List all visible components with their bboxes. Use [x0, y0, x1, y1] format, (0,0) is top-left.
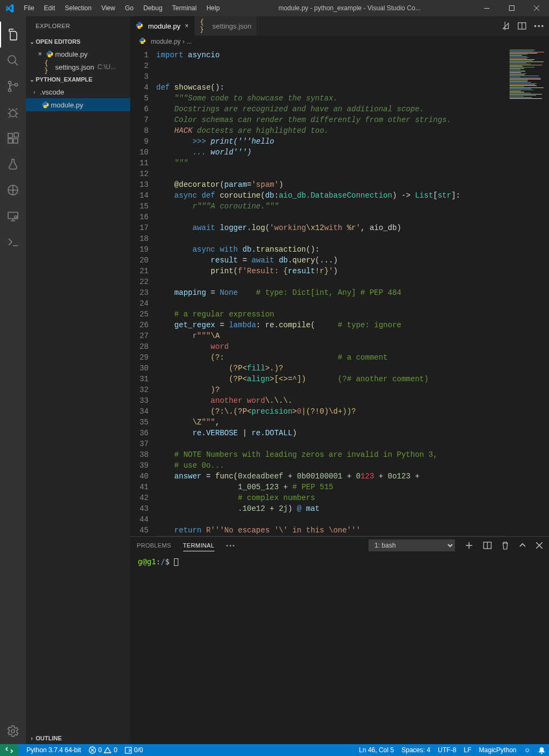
workspace-header[interactable]: ⌄PYTHON_EXAMPLE	[26, 73, 130, 85]
references-icon[interactable]	[0, 177, 26, 203]
menu-go[interactable]: Go	[120, 0, 138, 16]
new-terminal-icon[interactable]	[465, 541, 473, 550]
notifications-icon[interactable]	[534, 747, 549, 754]
close-icon[interactable]: ×	[185, 22, 189, 30]
maximize-panel-icon[interactable]	[519, 542, 526, 549]
more-icon[interactable]: •••	[534, 22, 545, 30]
open-editor-item[interactable]: × module.py	[26, 48, 130, 60]
svg-rect-1	[510, 6, 514, 11]
open-editor-item[interactable]: × { } settings.json C:\U...	[26, 60, 130, 73]
menu-debug[interactable]: Debug	[138, 0, 167, 16]
extensions-icon[interactable]	[0, 125, 26, 151]
editor-tabs: module.py × { } settings.json •••	[130, 16, 549, 36]
minimap[interactable]	[506, 48, 549, 536]
line-numbers: 1234567891011121314151617181920212223242…	[130, 48, 156, 536]
menu-selection[interactable]: Selection	[60, 0, 96, 16]
menu-help[interactable]: Help	[202, 0, 225, 16]
editor-tab[interactable]: module.py ×	[130, 16, 195, 36]
breadcrumb[interactable]: module.py › ...	[130, 36, 549, 48]
remote-button[interactable]	[0, 744, 18, 756]
split-editor-icon[interactable]	[518, 22, 526, 30]
svg-point-4	[9, 82, 11, 84]
python-file-icon	[40, 100, 51, 109]
sidebar-title: EXPLORER	[26, 16, 130, 36]
kill-terminal-icon[interactable]	[501, 541, 509, 550]
panel-overflow-icon[interactable]: •••	[226, 542, 236, 549]
sidebar: EXPLORER ⌄OPEN EDITORS × module.py × { }…	[26, 16, 130, 744]
activity-bar	[0, 16, 26, 744]
file-label: module.py	[55, 50, 88, 58]
svg-point-6	[15, 84, 18, 86]
compare-icon[interactable]	[501, 22, 510, 30]
svg-rect-0	[484, 8, 490, 9]
terminal-select[interactable]: 1: bash	[369, 539, 455, 551]
code-area[interactable]: import asynciodef showcase(): """Some co…	[156, 48, 506, 536]
tab-label: settings.json	[212, 22, 251, 30]
svg-rect-8	[8, 133, 12, 138]
close-button[interactable]	[524, 0, 549, 16]
settings-icon[interactable]	[0, 718, 26, 744]
svg-rect-10	[14, 139, 18, 143]
feedback-icon[interactable]: ☺	[520, 746, 534, 754]
debug-icon[interactable]	[0, 99, 26, 125]
file-label: module.py	[51, 101, 83, 109]
file-path-hint: C:\U...	[97, 63, 116, 71]
svg-point-14	[15, 216, 17, 218]
status-spaces[interactable]: Spaces: 4	[398, 746, 434, 754]
svg-point-7	[10, 110, 16, 117]
json-file-icon: { }	[44, 63, 55, 71]
outline-header[interactable]: ›OUTLINE	[26, 732, 130, 744]
svg-rect-17	[505, 22, 505, 30]
file-label: settings.json	[55, 63, 94, 71]
python-file-icon	[136, 22, 144, 30]
status-python[interactable]: Python 3.7.4 64-bit	[23, 746, 85, 754]
menu-file[interactable]: File	[19, 0, 39, 16]
status-ports[interactable]: 0/0	[121, 746, 147, 754]
explorer-icon[interactable]	[0, 22, 26, 48]
panel-tab-terminal[interactable]: TERMINAL	[183, 540, 215, 551]
vscode-logo-icon	[0, 4, 19, 12]
menu-view[interactable]: View	[96, 0, 120, 16]
panel: PROBLEMS TERMINAL ••• 1: bash g@g1:/$	[130, 536, 549, 744]
status-language[interactable]: MagicPython	[475, 746, 520, 754]
svg-line-3	[15, 62, 18, 65]
close-panel-icon[interactable]	[536, 542, 543, 549]
maximize-button[interactable]	[499, 0, 524, 16]
remote-icon[interactable]	[0, 203, 26, 229]
menu-edit[interactable]: Edit	[39, 0, 60, 16]
main-menu: FileEditSelectionViewGoDebugTerminalHelp	[19, 0, 225, 16]
minimize-button[interactable]	[474, 0, 499, 16]
status-bar: Python 3.7.4 64-bit 0 0 0/0 Ln 46, Col 5…	[0, 744, 549, 756]
editor-body[interactable]: 1234567891011121314151617181920212223242…	[130, 48, 549, 536]
svg-rect-9	[8, 139, 12, 143]
terminal-icon[interactable]	[0, 229, 26, 255]
testing-icon[interactable]	[0, 151, 26, 177]
window-title: module.py - python_example - Visual Stud…	[225, 4, 474, 12]
panel-tab-problems[interactable]: PROBLEMS	[137, 540, 171, 551]
menu-terminal[interactable]: Terminal	[168, 0, 202, 16]
folder-row[interactable]: ›.vscode	[26, 85, 130, 98]
source-control-icon[interactable]	[0, 73, 26, 99]
search-icon[interactable]	[0, 48, 26, 73]
open-editors-header[interactable]: ⌄OPEN EDITORS	[26, 36, 130, 48]
split-terminal-icon[interactable]	[483, 541, 492, 550]
titlebar: FileEditSelectionViewGoDebugTerminalHelp…	[0, 0, 549, 16]
file-row[interactable]: module.py	[26, 98, 130, 111]
svg-point-2	[8, 56, 16, 63]
json-file-icon: { }	[200, 22, 209, 30]
status-encoding[interactable]: UTF-8	[434, 746, 460, 754]
svg-rect-11	[14, 133, 18, 137]
tab-label: module.py	[148, 22, 180, 30]
python-file-icon	[44, 50, 55, 58]
svg-point-16	[11, 730, 15, 733]
status-problems[interactable]: 0 0	[85, 746, 121, 754]
editor-tab[interactable]: { } settings.json	[195, 16, 257, 36]
status-ln-col[interactable]: Ln 46, Col 5	[355, 746, 398, 754]
close-icon[interactable]: ×	[36, 50, 44, 58]
svg-point-5	[9, 89, 11, 92]
status-eol[interactable]: LF	[460, 746, 475, 754]
terminal-body[interactable]: g@g1:/$	[130, 554, 549, 744]
